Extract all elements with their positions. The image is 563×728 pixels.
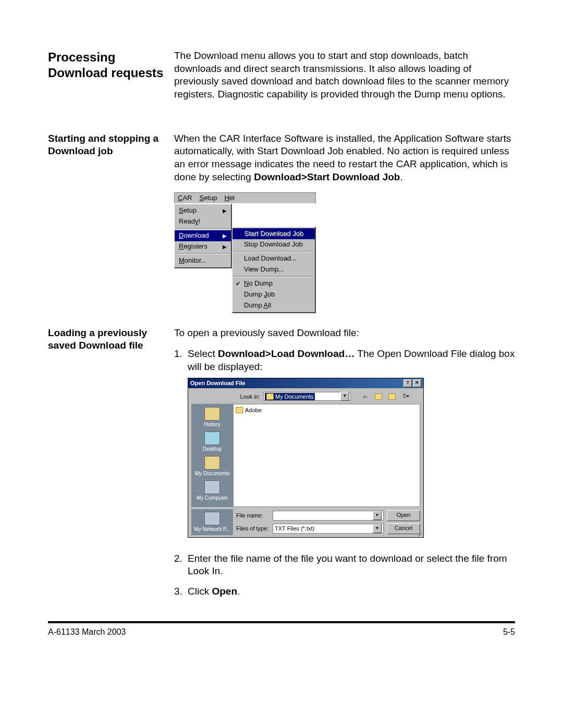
step-3-text: Click Open.	[188, 585, 515, 598]
new-folder-icon[interactable]	[386, 391, 398, 402]
footer-right: 5-5	[503, 627, 515, 637]
place-mycomputer[interactable]: My Computer	[193, 479, 231, 503]
menu-item-download[interactable]: Download▶	[175, 230, 231, 241]
place-desktop[interactable]: Desktop	[193, 430, 231, 454]
open-file-dialog: Open Download File ? ✕ Look in:	[188, 378, 424, 538]
step-2-num: 2.	[174, 552, 188, 578]
heading-start-stop: Starting and stopping a Download job	[48, 132, 168, 158]
para-load-intro: To open a previously saved Download file…	[174, 327, 515, 340]
submenu-load[interactable]: Load Download...	[232, 253, 315, 264]
filetype-label: Files of type:	[236, 525, 270, 532]
back-icon[interactable]: ⇐	[359, 391, 371, 402]
heading-processing: Processing Download requests	[48, 50, 168, 81]
place-history[interactable]: History	[193, 406, 231, 429]
open-button[interactable]: Open	[387, 510, 420, 521]
menu-item-monitor[interactable]: Monitor...	[175, 255, 231, 266]
menubar-setup[interactable]: Setup	[199, 194, 217, 203]
menu-item-ready[interactable]: Ready!	[175, 216, 231, 227]
chevron-down-icon[interactable]: ▼	[340, 392, 349, 401]
lookin-combo[interactable]: My Documents ▼	[263, 392, 351, 401]
file-list-area[interactable]: Adobe	[233, 404, 420, 507]
menu-item-registers[interactable]: Registers▶	[175, 241, 231, 252]
menubar-help[interactable]: Hel	[224, 194, 235, 203]
menu-screenshot: CAR Setup Hel Setup▶ Ready! Download▶ Re…	[174, 192, 316, 313]
close-button[interactable]: ✕	[413, 379, 421, 387]
file-item-adobe[interactable]: Adobe	[236, 406, 262, 414]
submenu-dump-job[interactable]: Dump Job	[232, 289, 315, 300]
filename-label: File name:	[236, 512, 270, 519]
menu-item-setup[interactable]: Setup▶	[175, 205, 231, 216]
step-1-text: Select Download>Load Download… The Open …	[188, 348, 515, 373]
lookin-label: Look in:	[234, 393, 260, 400]
folder-icon	[266, 393, 274, 400]
dialog-title: Open Download File	[190, 379, 246, 387]
resize-grip-icon[interactable]	[416, 530, 422, 536]
places-bar: History Desktop My Documents My Computer	[191, 404, 233, 507]
up-folder-icon[interactable]	[373, 391, 384, 402]
footer-rule	[48, 621, 515, 623]
submenu-download: Start Download Job Stop Download Job Loa…	[232, 227, 316, 313]
chevron-down-icon[interactable]: ▼	[373, 511, 382, 520]
step-2-text: Enter the file name of the file you want…	[188, 552, 515, 578]
footer-left: A-61133 March 2003	[48, 627, 126, 637]
filename-input[interactable]: ▼	[273, 511, 384, 521]
help-button[interactable]: ?	[403, 379, 412, 387]
submenu-view-dump[interactable]: View Dump...	[232, 264, 315, 275]
views-icon[interactable]: ☰▾	[400, 391, 411, 402]
submenu-dump-all[interactable]: Dump All	[232, 300, 315, 311]
folder-icon	[236, 407, 243, 413]
heading-load-file: Loading a previously saved Download file	[48, 327, 168, 352]
submenu-start[interactable]: Start Download Job	[232, 228, 315, 239]
cancel-button[interactable]: Cancel	[387, 523, 420, 534]
submenu-no-dump[interactable]: ✔No Dump	[232, 278, 315, 289]
para-start-stop: When the CAR Interface Software is insta…	[174, 132, 515, 184]
submenu-stop[interactable]: Stop Download Job	[232, 239, 315, 250]
filetype-combo[interactable]: TXT Files (*.txt) ▼	[273, 524, 384, 534]
menu-main: Setup▶ Ready! Download▶ Registers▶ Monit…	[174, 204, 232, 268]
para-processing: The Download menu allows you to start an…	[174, 50, 515, 101]
place-network[interactable]: My Network P...	[193, 512, 231, 533]
menubar-car[interactable]: CAR	[178, 194, 192, 203]
place-mydocs[interactable]: My Documents	[193, 455, 231, 478]
step-3-num: 3.	[174, 585, 188, 598]
step-1-num: 1.	[174, 348, 188, 545]
chevron-down-icon[interactable]: ▼	[373, 524, 382, 533]
